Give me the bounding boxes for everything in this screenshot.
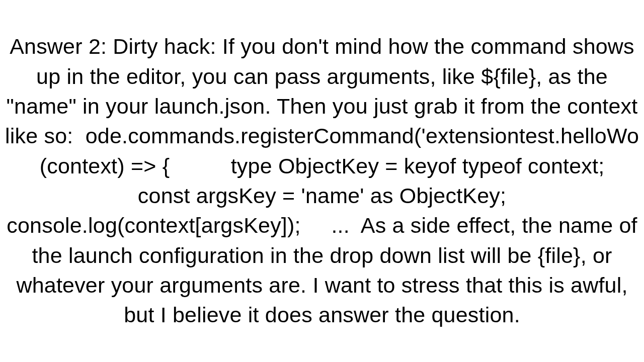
answer-text: Answer 2: Dirty hack: If you don't mind … <box>0 32 644 330</box>
answer-text-block: Answer 2: Dirty hack: If you don't mind … <box>0 0 644 362</box>
